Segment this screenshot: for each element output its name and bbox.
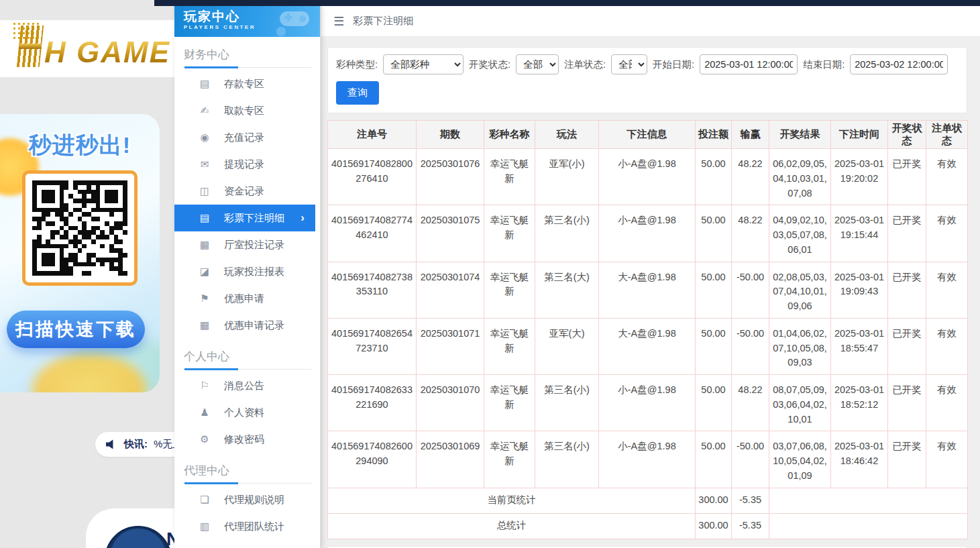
cell-win-loss: -50.00 [732,318,769,374]
sidebar-nav: 财务中心▤存款专区✍取款专区◉充值记录✉提现记录◫资金记录▤彩票下注明细›▦厅室… [174,47,320,540]
sidebar-item-promo-apply-record[interactable]: ▦优惠申请记录 [174,312,320,339]
promo-apply-icon: ⚑ [199,292,211,305]
summary-win-loss: -5.35 [732,488,769,513]
summary-bet-total: 300.00 [696,488,732,513]
promo-headline: 秒进秒出! [0,130,160,161]
speaker-icon [106,439,118,450]
sidebar-item-deposit-card[interactable]: ▤存款专区 [174,70,320,97]
table-row: 40156917408260029409020250301069幸运飞艇新第三名… [328,431,968,488]
sidebar-item-label: 充值记录 [224,131,264,144]
draw-status-select[interactable]: 全部 [516,54,559,74]
cell-win-loss: -50.00 [732,262,769,318]
end-date-input[interactable] [850,54,948,74]
withdrawal-record-icon: ✉ [199,158,211,170]
col-bet-info: 下注信息 [599,121,696,149]
sidebar-item-person[interactable]: ♟个人资料 [174,399,320,426]
col-bet-time: 下注时间 [831,121,888,149]
sidebar-item-withdraw-hand[interactable]: ✍取款专区 [174,97,320,124]
table-row: 40156917408280027641020250301076幸运飞艇新亚军(… [328,149,968,205]
col-issue: 期数 [417,121,484,149]
section-underline [184,67,311,68]
cell-win-loss: 48.22 [732,149,769,205]
withdraw-hand-icon: ✍ [199,105,211,117]
chevron-right-icon: › [301,211,305,225]
cell-order-id: 401569174082633221690 [328,375,417,431]
page-title: 彩票下注明细 [353,15,413,28]
cell-bet-amount: 50.00 [696,318,732,374]
document-icon: ❏ [199,494,211,506]
cell-draw-result: 04,09,02,10,03,05,07,08,06,01 [769,205,831,262]
sidebar-item-lottery-bet-detail[interactable]: ▤彩票下注明细› [174,205,315,231]
cell-draw-status: 已开奖 [888,149,926,205]
col-lottery-name: 彩种名称 [484,121,535,149]
cell-draw-result: 06,02,09,05,04,10,03,01,07,08 [769,149,831,205]
cell-issue: 20250301069 [417,431,484,488]
recharge-record-icon: ◉ [199,131,211,144]
cell-win-loss: 48.22 [732,205,769,262]
cell-bet-time: 2025-03-01 18:55:47 [831,318,888,374]
logo-text: H GAME [44,38,170,67]
table-row: 40156917408265472371020250301071幸运飞艇新亚军(… [328,318,968,374]
col-order-id: 注单号 [328,121,417,149]
menu-toggle-icon[interactable]: ☰ [333,14,344,29]
col-bet-amount: 投注额 [696,121,732,149]
start-date-input[interactable] [700,54,798,74]
summary-label: 总统计 [328,513,696,539]
scan-download-button[interactable]: 扫描快速下载 [7,311,145,348]
cell-order-status: 有效 [926,205,968,262]
cell-lottery-name: 幸运飞艇新 [484,318,535,374]
sidebar-item-promo-apply[interactable]: ⚑优惠申请 [174,285,320,312]
cell-order-id: 401569174082600294090 [328,431,417,488]
col-play-type: 玩法 [535,121,599,149]
summary-row: 总统计300.00-5.35 [328,513,968,539]
sidebar-item-player-bet-report[interactable]: ◪玩家投注报表 [174,258,320,285]
cell-bet-amount: 50.00 [696,431,732,488]
cell-order-status: 有效 [926,375,968,431]
cell-draw-status: 已开奖 [888,262,926,318]
cell-issue: 20250301075 [417,205,484,262]
cell-order-id: 401569174082738353110 [328,262,417,318]
cell-issue: 20250301070 [417,375,484,431]
sidebar-item-label: 存款专区 [224,78,264,91]
deposit-card-icon: ▤ [199,78,211,90]
filter-panel: 彩种类型: 全部彩种 开奖状态: 全部 注单状态: 全部 开始日期: 结束日期: [327,47,967,113]
cell-draw-result: 01,04,06,02,07,10,05,08,09,03 [769,318,831,374]
table-row: 40156917408263322169020250301070幸运飞艇新第三名… [328,375,968,431]
sidebar-item-team-stats[interactable]: ▥代理团队统计 [174,513,320,540]
sidebar-item-hall-bet-record[interactable]: ▦厅室投注记录 [174,231,320,258]
cell-issue: 20250301076 [417,149,484,205]
sidebar-item-document[interactable]: ❏代理规则说明 [174,486,320,513]
cell-bet-amount: 50.00 [696,149,732,205]
cell-order-status: 有效 [926,431,968,488]
cell-draw-result: 03,07,06,08,10,05,04,02,01,09 [769,431,831,488]
sidebar-item-label: 玩家投注报表 [224,266,284,278]
cell-issue: 20250301074 [417,262,484,318]
order-status-select[interactable]: 全部 [611,54,647,74]
sidebar-item-label: 取款专区 [224,105,264,117]
sidebar-item-label: 个人资料 [224,406,264,419]
cell-bet-info: 大-A盘@1.98 [599,262,696,318]
sidebar-item-bell[interactable]: ⚐消息公告 [174,372,320,399]
cell-play-type: 第三名(小) [535,431,599,488]
sidebar-item-gear[interactable]: ⚙修改密码 [174,426,320,453]
start-date-label: 开始日期: [653,58,694,71]
draw-status-label: 开奖状态: [469,58,510,71]
search-button[interactable]: 查询 [336,81,379,105]
team-logo [105,526,172,548]
cell-play-type: 第三名(大) [535,262,599,318]
promo-apply-record-icon: ▦ [199,319,211,331]
sidebar-item-recharge-record[interactable]: ◉充值记录 [174,124,320,151]
summary-win-loss: -5.35 [732,513,769,539]
sidebar-item-funds-record[interactable]: ◫资金记录 [174,178,320,205]
cell-bet-info: 小-A盘@1.98 [599,431,696,488]
lottery-bet-detail-icon: ▤ [199,212,211,224]
table-row: 40156917408277446241020250301075幸运飞艇新第三名… [328,205,968,262]
gamepad-icon [261,7,317,37]
cell-bet-time: 2025-03-01 18:52:12 [831,375,888,431]
lottery-type-select[interactable]: 全部彩种 [383,54,464,74]
sidebar-item-withdrawal-record[interactable]: ✉提现记录 [174,151,320,178]
cell-play-type: 第三名(小) [535,375,599,431]
person-icon: ♟ [199,406,211,419]
section-underline [184,369,311,370]
order-status-label: 注单状态: [564,58,606,71]
